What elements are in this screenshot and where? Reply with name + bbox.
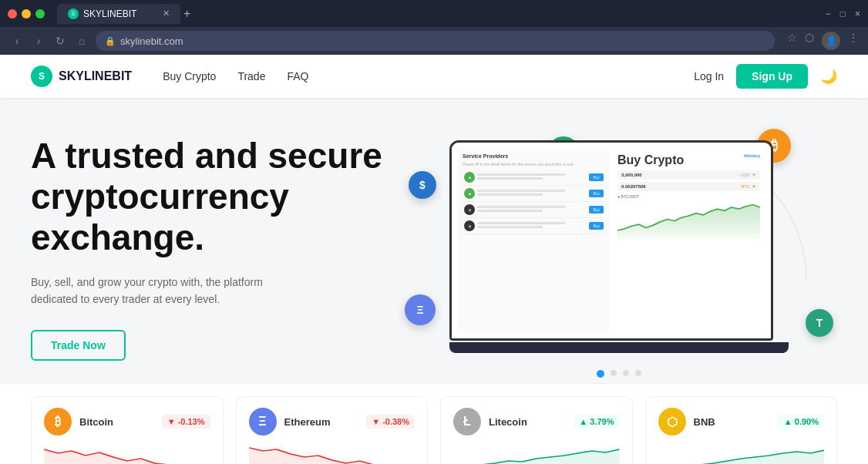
hero-title: A trusted and secure cryptocurrency exch…	[31, 136, 401, 258]
dot-2[interactable]	[611, 370, 617, 376]
laptop-screen-frame: Service Providers Please fill in the det…	[449, 140, 773, 341]
bnb-name: BNB	[694, 416, 715, 428]
hero-visual: ✦ $ ₿ Ξ T Service Providers Please fill …	[401, 133, 837, 364]
address-bar: ‹ › ↻ ⌂ 🔒 skylinebit.com ☆ ⬡ 👤 ⋮	[0, 27, 868, 55]
provider-icon-2: ✦	[464, 188, 475, 199]
provider-text-2	[477, 190, 587, 197]
provider-btn-3[interactable]: Buy	[589, 206, 604, 214]
window-traffic-lights	[8, 9, 45, 18]
bookmark-icon[interactable]: ☆	[787, 32, 797, 50]
laptop-base	[449, 342, 789, 353]
bnb-card-header: ⬡ BNB ▲ 0.90%	[658, 408, 825, 435]
hero-section: A trusted and secure cryptocurrency exch…	[0, 98, 868, 383]
bitcoin-card: ₿ Bitcoin ▼ -0.13% USD 00,000.00	[31, 396, 224, 464]
url-text: skylinebit.com	[120, 35, 183, 47]
litecoin-card: Ł Litecoin ▲ 3.79% USD 00.00	[440, 396, 633, 464]
bnb-card: ⬡ BNB ▲ 0.90% USD 000.00	[645, 396, 838, 464]
minimize-icon[interactable]: −	[826, 8, 831, 19]
tab-favicon: S	[68, 8, 79, 19]
provider-btn-1[interactable]: Buy	[589, 173, 604, 181]
provider-text-3	[477, 206, 587, 214]
bnb-chart-svg	[658, 442, 825, 464]
provider-icon-1: ✦	[464, 172, 475, 183]
forward-button[interactable]: ›	[31, 35, 46, 47]
buy-header-action: History	[744, 153, 760, 167]
currency-label: USD ▼	[741, 173, 756, 177]
tab-title: SKYLINEBIT	[83, 8, 136, 19]
tab-bar: S SKYLINEBIT ✕ +	[57, 4, 819, 24]
provider-btn-2[interactable]: Buy	[589, 190, 604, 197]
hero-slider-dots	[401, 370, 837, 378]
back-button[interactable]: ‹	[9, 35, 25, 47]
bitcoin-badge: ▼ -0.13%	[162, 415, 210, 429]
extensions-icon[interactable]: ⬡	[805, 32, 814, 50]
tether-float-icon: T	[806, 309, 833, 337]
litecoin-chart-svg	[453, 442, 620, 464]
theme-toggle-button[interactable]: 🌙	[820, 68, 837, 85]
website-content: S SKYLINEBIT Buy Crypto Trade FAQ Log In…	[0, 55, 868, 464]
active-tab[interactable]: S SKYLINEBIT ✕	[57, 4, 180, 24]
hero-content: A trusted and secure cryptocurrency exch…	[31, 136, 401, 360]
menu-icon[interactable]: ⋮	[848, 32, 859, 50]
screen-row-4: ✕ Buy	[463, 218, 605, 234]
litecoin-icon: Ł	[453, 408, 481, 435]
trade-now-button[interactable]: Trade Now	[31, 330, 126, 361]
dot-1[interactable]	[597, 370, 604, 378]
bitcoin-icon: ₿	[44, 408, 72, 435]
close-window-button[interactable]	[8, 9, 17, 18]
litecoin-name: Litecoin	[489, 416, 527, 428]
laptop-mockup: Service Providers Please fill in the det…	[449, 140, 789, 364]
restore-icon[interactable]: □	[840, 8, 846, 19]
logo[interactable]: S SKYLINEBIT	[31, 66, 132, 87]
ethereum-card: Ξ Ethereum ▼ -0.38% USD 0,000.00	[236, 396, 429, 464]
bnb-chart	[658, 442, 825, 464]
screen-row-3: ✕ Buy	[463, 202, 605, 218]
dot-4[interactable]	[635, 370, 641, 376]
tab-close-icon[interactable]: ✕	[163, 8, 170, 18]
profile-icon[interactable]: 👤	[822, 32, 840, 50]
home-button[interactable]: ⌂	[74, 35, 89, 47]
ethereum-icon: Ξ	[249, 408, 277, 435]
litecoin-card-header: Ł Litecoin ▲ 3.79%	[453, 408, 620, 435]
bnb-badge: ▲ 0.90%	[779, 415, 824, 429]
nav-faq[interactable]: FAQ	[287, 70, 308, 82]
price-chart-svg	[617, 200, 760, 239]
litecoin-chart	[453, 442, 620, 464]
provider-icon-4: ✕	[464, 220, 475, 231]
provider-btn-4[interactable]: Buy	[589, 222, 604, 230]
buy-amount-input[interactable]: 3,000,000 USD ▼	[617, 170, 760, 180]
minimize-window-button[interactable]	[22, 9, 31, 18]
buy-crypto-title: Buy Crypto History	[617, 153, 760, 167]
bitcoin-card-header: ₿ Bitcoin ▼ -0.13%	[44, 408, 210, 435]
screen-row-2: ✦ Buy	[463, 186, 605, 202]
nav-buy-crypto[interactable]: Buy Crypto	[163, 70, 216, 82]
reload-button[interactable]: ↻	[52, 35, 68, 47]
screen-right-panel: Buy Crypto History 3,000,000 USD ▼ 0.002…	[613, 149, 765, 332]
crypto-cards-section: ₿ Bitcoin ▼ -0.13% USD 00,000.00 Ξ Ether…	[0, 383, 868, 464]
litecoin-badge: ▲ 3.79%	[574, 415, 619, 429]
screen-row-1: ✦ Buy	[463, 170, 605, 186]
login-button[interactable]: Log In	[694, 70, 724, 82]
secure-icon: 🔒	[105, 36, 116, 46]
bnb-icon: ⬡	[658, 408, 686, 435]
dollar-crypto-icon: $	[409, 171, 436, 199]
ethereum-badge: ▼ -0.38%	[366, 415, 415, 429]
bitcoin-chart-svg	[44, 442, 210, 464]
bitcoin-chart	[44, 442, 210, 464]
address-input[interactable]: 🔒 skylinebit.com	[96, 31, 775, 51]
window-controls: − □ ×	[826, 8, 860, 19]
new-tab-button[interactable]: +	[183, 7, 190, 21]
ethereum-float-icon: Ξ	[405, 294, 436, 325]
buy-rate-input[interactable]: 0.00207506 BTC ▼	[617, 182, 760, 191]
logo-text: SKYLINEBIT	[59, 69, 132, 83]
hero-subtitle: Buy, sell, and grow your crypto with, th…	[31, 274, 293, 308]
close-icon[interactable]: ×	[855, 8, 860, 19]
bitcoin-name: Bitcoin	[79, 416, 113, 428]
nav-actions: Log In Sign Up 🌙	[694, 64, 837, 89]
maximize-window-button[interactable]	[35, 9, 45, 18]
nav-trade[interactable]: Trade	[237, 70, 265, 82]
provider-text-1	[477, 173, 587, 181]
dot-3[interactable]	[623, 370, 629, 376]
signup-button[interactable]: Sign Up	[736, 64, 808, 89]
provider-icon-3: ✕	[464, 204, 475, 215]
